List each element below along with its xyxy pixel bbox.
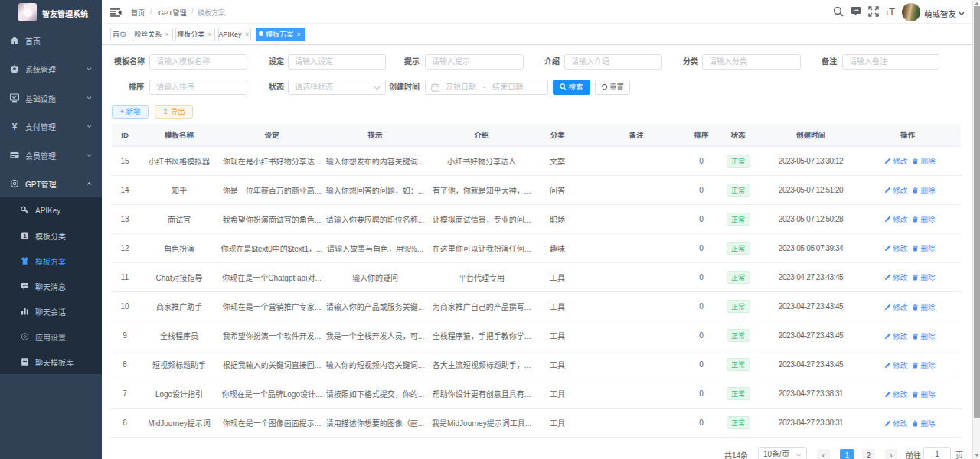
svg-text:¥: ¥	[12, 122, 18, 131]
svg-text:1: 1	[23, 232, 26, 239]
svg-text:T: T	[889, 6, 895, 17]
